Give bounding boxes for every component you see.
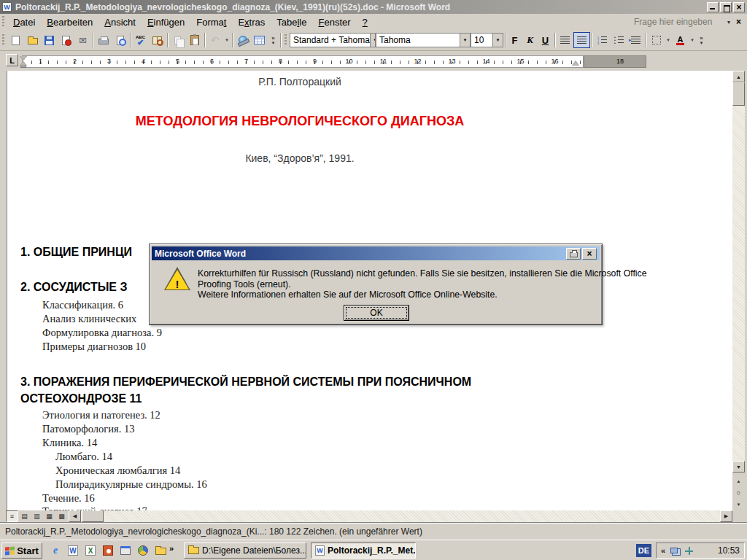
save-button[interactable] — [41, 32, 58, 48]
borders-dropdown-icon[interactable]: ▾ — [665, 37, 672, 43]
tab-selector-button[interactable]: L — [6, 54, 18, 66]
permission-button[interactable] — [58, 32, 74, 48]
paste-button[interactable] — [186, 32, 203, 48]
folder-icon[interactable] — [153, 543, 168, 558]
print-preview-button[interactable] — [112, 32, 128, 48]
word-app-icon: W — [2, 2, 12, 12]
vertical-scroll-track[interactable] — [732, 82, 745, 461]
dialog-close-button[interactable]: × — [582, 248, 597, 260]
menu-item[interactable]: Ansicht — [98, 15, 142, 30]
undo-dropdown-icon[interactable]: ▾ — [223, 37, 231, 43]
font-combo[interactable]: Tahoma ▾ — [376, 33, 471, 47]
scroll-up-button[interactable]: ▲ — [732, 71, 745, 82]
internet-explorer-icon[interactable]: e — [48, 543, 63, 558]
scroll-right-button[interactable]: ▶ — [720, 510, 732, 522]
bold-button[interactable]: F — [507, 33, 522, 48]
window-titlebar[interactable]: W Poltorackij_R.P._Metodologiya_nevrolog… — [0, 0, 747, 14]
toolbar-grip[interactable] — [285, 34, 287, 46]
new-document-button[interactable] — [7, 32, 24, 48]
menu-item[interactable]: ? — [357, 15, 374, 30]
print-button[interactable] — [95, 32, 112, 48]
ask-a-question-box[interactable]: Frage hier eingeben ▾ × — [634, 17, 747, 27]
paste-icon — [190, 35, 199, 45]
chevron-down-icon[interactable]: ▾ — [370, 34, 376, 47]
font-color-dropdown-icon[interactable]: ▾ — [689, 37, 696, 43]
browse-next-button[interactable]: ▼ — [732, 499, 745, 510]
first-line-indent-marker[interactable] — [20, 56, 27, 61]
undo-button[interactable]: ↶ — [206, 32, 223, 48]
research-button[interactable] — [149, 32, 166, 48]
numbered-list-button[interactable] — [594, 32, 611, 48]
normal-view-button[interactable]: ≡ — [6, 510, 18, 522]
copy-button[interactable] — [169, 32, 186, 48]
browse-previous-button[interactable]: ▲ — [732, 475, 745, 487]
horizontal-scroll-thumb[interactable] — [82, 510, 104, 522]
menu-item[interactable]: Extras — [232, 15, 271, 30]
printer-icon — [570, 252, 578, 257]
font-size-combo[interactable]: 10 ▾ — [471, 33, 503, 47]
align-center-button[interactable] — [573, 32, 590, 48]
menu-item[interactable]: Format — [190, 15, 232, 30]
menu-item[interactable]: Tabelle — [271, 15, 312, 30]
increase-indent-button[interactable] — [627, 32, 644, 48]
tray-collapse-chevron[interactable]: « — [661, 546, 665, 555]
taskbar-task-folder[interactable]: D:\Eigene Dateien\Болез... — [184, 542, 306, 559]
network-icon[interactable] — [670, 548, 678, 553]
print-layout-view-button[interactable]: ▥ — [31, 510, 43, 522]
web-layout-view-button[interactable]: ▤ — [18, 510, 31, 522]
media-player-icon[interactable] — [136, 543, 150, 558]
dialog-titlebar[interactable]: Microsoft Office Word × — [152, 246, 600, 260]
bullet-list-button[interactable] — [611, 32, 627, 48]
language-indicator[interactable]: DE — [636, 544, 651, 557]
sync-icon[interactable] — [685, 547, 693, 555]
quick-launch-overflow-chevron[interactable]: » — [169, 544, 174, 553]
dialog-help-button[interactable] — [566, 248, 581, 260]
right-indent-marker[interactable] — [572, 61, 579, 66]
chevron-down-icon[interactable]: ▾ — [727, 19, 730, 26]
borders-button[interactable] — [648, 32, 665, 48]
left-indent-marker[interactable] — [20, 66, 26, 68]
vertical-scroll-thumb[interactable] — [732, 82, 745, 106]
chevron-down-icon[interactable]: ▾ — [460, 34, 470, 47]
open-button[interactable] — [24, 32, 41, 48]
scroll-left-button[interactable]: ◀ — [69, 510, 81, 522]
italic-button[interactable]: K — [522, 33, 538, 48]
select-browse-object-button[interactable]: ○ — [732, 487, 745, 499]
excel-icon[interactable]: X — [83, 543, 98, 558]
menu-item[interactable]: Fenster — [312, 15, 356, 30]
horizontal-scroll-track[interactable] — [69, 510, 732, 523]
scroll-down-button[interactable]: ▼ — [732, 461, 745, 472]
ok-button[interactable]: OK — [344, 305, 409, 321]
powerpoint-icon[interactable] — [101, 543, 115, 558]
taskbar-task-word-active[interactable]: W Poltorackij_R.P._Met... — [311, 542, 416, 559]
close-button[interactable]: × — [733, 2, 745, 12]
chevron-down-icon[interactable]: ▾ — [492, 34, 503, 47]
formatting-toolbar-options-button[interactable]: » ▼ — [696, 32, 707, 48]
restore-button[interactable] — [720, 2, 732, 12]
menu-item[interactable]: Einfügen — [142, 15, 190, 30]
clock[interactable]: 10:53 — [718, 545, 740, 556]
toolbar-grip[interactable] — [2, 16, 4, 28]
application-icon[interactable] — [118, 543, 133, 558]
style-combo[interactable]: Standard + Tahoma ▾ — [290, 33, 376, 47]
font-color-button[interactable]: A — [672, 32, 689, 48]
insert-table-button[interactable] — [251, 32, 268, 48]
close-icon[interactable]: × — [736, 17, 741, 27]
standard-toolbar-options-button[interactable]: » ▼ — [268, 32, 279, 48]
underline-button[interactable]: U — [538, 33, 553, 48]
menu-item[interactable]: Datei — [7, 15, 41, 30]
word-icon[interactable]: W — [66, 543, 80, 558]
vertical-scrollbar[interactable]: ▲ ▼ ▲ ○ ▼ — [732, 71, 745, 510]
align-left-button[interactable] — [557, 32, 573, 48]
minimize-button[interactable] — [707, 2, 719, 12]
insert-hyperlink-button[interactable] — [234, 32, 251, 48]
reading-layout-view-button[interactable]: ▩ — [55, 510, 68, 522]
horizontal-ruler[interactable]: 12345678910111213141516 — [22, 55, 584, 68]
toolbar-grip[interactable] — [2, 34, 4, 46]
spelling-button[interactable]: ABC ✔ — [132, 32, 149, 48]
email-button[interactable]: ✉ — [74, 32, 91, 48]
outline-view-button[interactable]: ▦ — [43, 510, 55, 522]
style-combo-value: Standard + Tahoma — [293, 35, 370, 45]
start-button[interactable]: Start — [1, 542, 42, 559]
menu-item[interactable]: Bearbeiten — [41, 15, 98, 30]
